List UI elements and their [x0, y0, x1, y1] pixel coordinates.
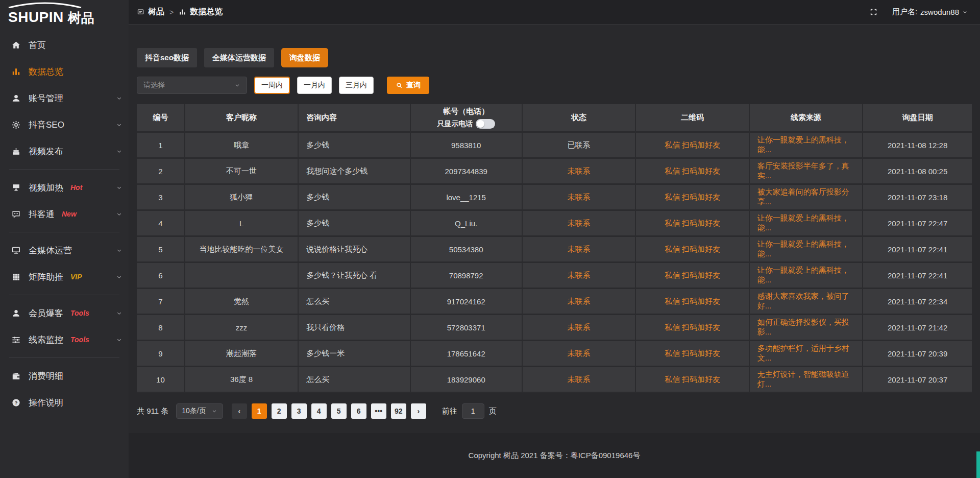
cell-content: 怎么买	[299, 367, 410, 393]
page-buttons: 1 2 3 4 5 6 ••• 92	[252, 403, 406, 419]
cell-content: 说说价格让我死心	[299, 237, 410, 263]
chat-icon	[11, 209, 21, 219]
page-button[interactable]: •••	[371, 403, 386, 419]
tab-button[interactable]: 抖音seo数据	[137, 48, 197, 67]
range-button[interactable]: 三月内	[339, 77, 374, 94]
cell-source-link[interactable]: 多功能护栏灯，适用于乡村文...	[750, 341, 863, 367]
cell-source-link[interactable]: 如何正确选择投影仪，买投影...	[750, 315, 863, 341]
cell-nickname: 36度 8	[185, 367, 299, 393]
filter-select-placeholder: 请选择	[143, 81, 165, 90]
cell-qrcode-link[interactable]: 私信 扫码加好友	[636, 315, 749, 341]
cell-qrcode-link[interactable]: 私信 扫码加好友	[636, 341, 749, 367]
cell-account: 917024162	[411, 289, 523, 315]
help-icon: ?	[11, 398, 21, 408]
sidebar-item[interactable]: 视频加热 Hot	[0, 174, 129, 201]
filter-select[interactable]: 请选择	[137, 77, 247, 94]
heat-icon	[11, 183, 21, 193]
sidebar-item-badge: New	[62, 210, 77, 218]
cell-date: 2021-11-07 21:42	[863, 315, 972, 341]
range-button[interactable]: 一周内	[254, 77, 290, 94]
cell-qrcode-link[interactable]: 私信 扫码加好友	[636, 237, 749, 263]
page-button[interactable]: 5	[331, 403, 347, 419]
cell-account: 50534380	[411, 237, 523, 263]
cell-account: Q_Liu.	[411, 211, 523, 237]
query-button[interactable]: 查询	[387, 77, 429, 94]
sidebar-item[interactable]: 账号管理	[0, 85, 129, 111]
logo-text-en: SHUPIN	[8, 10, 64, 25]
sidebar-item[interactable]: 抖音SEO	[0, 111, 129, 138]
sidebar-item-label: 视频发布	[29, 146, 63, 157]
sidebar-item-label: 抖客通	[29, 208, 55, 220]
cell-no: 5	[137, 237, 185, 263]
chevron-down-icon	[234, 82, 240, 88]
user-menu[interactable]: 用户名: zswodun88	[892, 7, 968, 17]
range-buttons: 一周内 一月内 三月内	[254, 77, 374, 94]
goto-page-input[interactable]	[462, 403, 484, 419]
cell-qrcode-link[interactable]: 私信 扫码加好友	[636, 289, 749, 315]
cell-no: 3	[137, 185, 185, 211]
logo-arc	[6, 2, 84, 8]
phone-only-label: 只显示电话	[437, 119, 473, 129]
cell-date: 2021-11-08 00:25	[863, 159, 972, 185]
cell-no: 9	[137, 341, 185, 367]
cell-source-link[interactable]: 感谢大家喜欢我家，被问了好...	[750, 289, 863, 315]
sidebar-item[interactable]: 视频发布	[0, 138, 129, 164]
next-page-button[interactable]: ›	[411, 403, 426, 419]
sidebar-item[interactable]: 抖客通 New	[0, 201, 129, 227]
cell-source-link[interactable]: 客厅安装投影半年多了，真实...	[750, 159, 863, 185]
cell-qrcode-link[interactable]: 私信 扫码加好友	[636, 367, 749, 393]
fullscreen-icon[interactable]	[869, 8, 878, 16]
sidebar-item[interactable]: 矩阵助推 VIP	[0, 264, 129, 290]
sidebar-item[interactable]: 会员爆客 Tools	[0, 300, 129, 326]
cell-no: 4	[137, 211, 185, 237]
sidebar-item[interactable]: ? 操作说明	[0, 389, 129, 416]
sidebar-item[interactable]: 消费明细	[0, 363, 129, 389]
divider	[9, 357, 119, 358]
cell-account: 2097344839	[411, 159, 523, 185]
sidebar-item[interactable]: 数据总览	[0, 58, 129, 85]
chart-icon	[11, 67, 21, 77]
cell-nickname: 哦章	[185, 133, 299, 159]
sidebar-item[interactable]: 首页	[0, 32, 129, 58]
phone-only-toggle[interactable]	[476, 119, 495, 129]
breadcrumb-root[interactable]: 树品	[148, 7, 164, 17]
page-button[interactable]: 6	[351, 403, 366, 419]
cell-qrcode-link[interactable]: 私信 扫码加好友	[636, 211, 749, 237]
tab-button[interactable]: 询盘数据	[281, 48, 328, 67]
cell-nickname: 狐小狸	[185, 185, 299, 211]
page-button[interactable]: 2	[272, 403, 287, 419]
sidebar-item[interactable]: 全媒体运营	[0, 237, 129, 264]
sidebar: SHUPIN 树品 首页 数据总览 账号管理	[0, 0, 129, 478]
table-row: 8 zzz 我只看价格 572803371 未联系 私信 扫码加好友 如何正确选…	[137, 315, 972, 341]
page-size-select[interactable]: 10条/页	[176, 403, 223, 419]
cell-source-link[interactable]: 让你一眼就爱上的黑科技，能...	[750, 237, 863, 263]
chevron-down-icon	[116, 211, 122, 218]
sidebar-item-label: 消费明细	[29, 370, 63, 382]
sidebar-item[interactable]: 线索监控 Tools	[0, 326, 129, 353]
tab-button[interactable]: 全媒体运营数据	[204, 48, 274, 67]
cell-qrcode-link[interactable]: 私信 扫码加好友	[636, 185, 749, 211]
cell-source-link[interactable]: 让你一眼就爱上的黑科技，能...	[750, 133, 863, 159]
cell-status: 未联系	[523, 211, 636, 237]
page-button[interactable]: 92	[391, 403, 406, 419]
range-button[interactable]: 一月内	[297, 77, 332, 94]
page-button[interactable]: 1	[252, 403, 267, 419]
cell-source-link[interactable]: 让你一眼就爱上的黑科技，能...	[750, 211, 863, 237]
cell-qrcode-link[interactable]: 私信 扫码加好友	[636, 263, 749, 289]
cell-status: 未联系	[523, 159, 636, 185]
cell-status: 未联系	[523, 185, 636, 211]
cell-source-link[interactable]: 被大家追着问的客厅投影分享...	[750, 185, 863, 211]
chart-icon	[179, 8, 186, 16]
grid-icon	[11, 272, 21, 282]
prev-page-button[interactable]: ‹	[232, 403, 247, 419]
cell-qrcode-link[interactable]: 私信 扫码加好友	[636, 159, 749, 185]
cell-qrcode-link[interactable]: 私信 扫码加好友	[636, 133, 749, 159]
cell-date: 2021-11-07 20:37	[863, 367, 972, 393]
page-button[interactable]: 4	[311, 403, 327, 419]
svg-text:?: ?	[14, 399, 17, 405]
cell-source-link[interactable]: 让你一眼就爱上的黑科技，能...	[750, 263, 863, 289]
cell-source-link[interactable]: 无主灯设计，智能磁吸轨道灯...	[750, 367, 863, 393]
page-button[interactable]: 3	[291, 403, 307, 419]
scroll-indicator[interactable]	[976, 451, 980, 478]
table-row: 7 觉然 怎么买 917024162 未联系 私信 扫码加好友 感谢大家喜欢我家…	[137, 289, 972, 315]
